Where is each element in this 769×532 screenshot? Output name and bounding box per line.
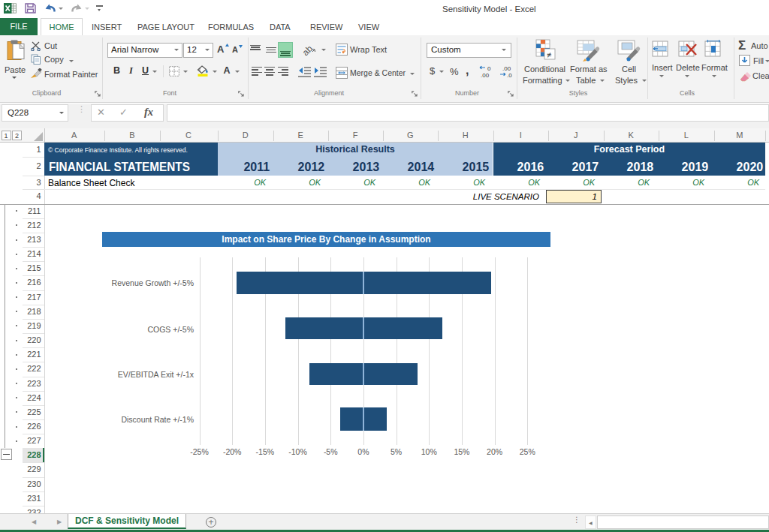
svg-text:.0: .0 [507,72,512,78]
svg-text:ab: ab [301,44,315,57]
svg-text:.00: .00 [481,72,490,78]
svg-text:0: 0 [487,65,491,72]
svg-text:.00: .00 [502,65,511,72]
svg-text:≠: ≠ [547,50,551,59]
